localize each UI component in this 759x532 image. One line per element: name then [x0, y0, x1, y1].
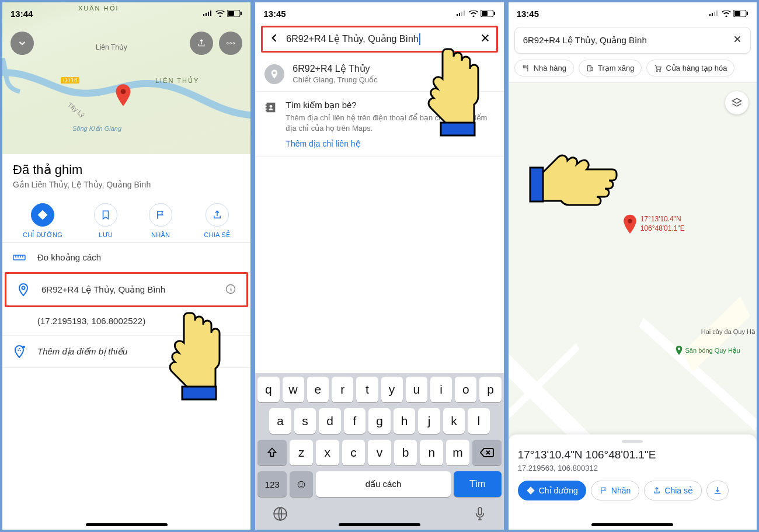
- key-j[interactable]: j: [418, 408, 440, 434]
- shift-key[interactable]: [257, 440, 287, 465]
- town-label: Liên Thủy: [96, 43, 127, 51]
- emoji-key[interactable]: ☺: [290, 471, 313, 497]
- search-key[interactable]: Tìm: [454, 471, 502, 497]
- key-k[interactable]: k: [443, 408, 465, 434]
- more-button[interactable]: [219, 32, 242, 55]
- sheet-title: 17°13'10.4"N 106°48'01.1"E: [518, 448, 747, 461]
- place-sheet: Đã thả ghim Gần Liên Thủy, Lệ Thủy, Quản…: [2, 154, 250, 530]
- key-r[interactable]: r: [332, 377, 353, 402]
- svg-point-24: [660, 70, 661, 71]
- key-l[interactable]: l: [468, 408, 489, 434]
- key-z[interactable]: z: [290, 440, 313, 465]
- key-x[interactable]: x: [316, 440, 339, 465]
- key-v[interactable]: v: [368, 440, 391, 465]
- friends-title: Tìm kiếm bạn bè?: [286, 100, 494, 110]
- suggestion-subtitle: Chiết Giang, Trung Quốc: [293, 75, 377, 84]
- screenshot-2: 13:45 6R92+R4 Lệ Thủy, Quảng Bình 6R92+R…: [255, 2, 503, 530]
- info-icon[interactable]: [225, 284, 236, 296]
- directions-pill[interactable]: Chỉ đường: [518, 481, 586, 500]
- svg-point-5: [230, 43, 232, 44]
- back-icon[interactable]: [269, 32, 280, 46]
- svg-point-10: [18, 349, 20, 351]
- key-n[interactable]: n: [420, 440, 443, 465]
- chip-restaurant[interactable]: Nhà hàng: [514, 60, 574, 77]
- key-d[interactable]: d: [319, 408, 340, 434]
- key-s[interactable]: s: [294, 408, 316, 434]
- sheet-subtitle: Gần Liên Thủy, Lệ Thủy, Quảng Bình: [13, 180, 240, 189]
- key-a[interactable]: a: [269, 408, 291, 434]
- svg-point-27: [677, 347, 680, 350]
- result-sheet[interactable]: 17°13'10.4"N 106°48'01.1"E 17.219563, 10…: [509, 434, 757, 530]
- map-area[interactable]: XUÂN HỒI Liên Thủy LIÊN THỦY DT16 Sông K…: [2, 2, 250, 154]
- search-bar[interactable]: 6R92+R4 Lệ Thủy, Quảng Bình: [261, 26, 497, 53]
- add-missing-label: Thêm địa điểm bị thiếu: [37, 346, 127, 357]
- category-chips: Nhà hàng Trạm xăng Cửa hàng tạp hóa: [509, 57, 757, 83]
- clock: 13:44: [11, 9, 33, 19]
- svg-rect-22: [587, 65, 591, 71]
- download-pill[interactable]: [706, 481, 729, 500]
- key-u[interactable]: u: [406, 377, 427, 402]
- river-label: Sông Kiến Giang: [72, 125, 121, 133]
- svg-point-6: [233, 43, 235, 44]
- search-bar[interactable]: 6R92+R4 Lệ Thủy, Quảng Bình: [514, 27, 751, 54]
- suggestion-title: 6R92+R4 Lệ Thủy: [293, 63, 377, 74]
- key-b[interactable]: b: [394, 440, 417, 465]
- search-input[interactable]: 6R92+R4 Lệ Thủy, Quảng Bình: [286, 33, 473, 46]
- key-t[interactable]: t: [356, 377, 378, 402]
- key-h[interactable]: h: [394, 408, 415, 434]
- key-f[interactable]: f: [344, 408, 365, 434]
- status-icons: [456, 10, 496, 17]
- poi-label: Hai cây đa Quy Hậ: [701, 328, 755, 336]
- directions-button[interactable]: CHỈ ĐƯỜNG: [23, 203, 62, 239]
- space-key[interactable]: dấu cách: [316, 471, 450, 497]
- route-tag: DT16: [61, 77, 79, 84]
- key-w[interactable]: w: [283, 377, 304, 402]
- key-o[interactable]: o: [455, 377, 476, 402]
- svg-point-4: [227, 43, 229, 44]
- backspace-key[interactable]: [472, 440, 502, 465]
- svg-point-8: [22, 287, 25, 290]
- contacts-icon: [264, 101, 277, 148]
- svg-rect-13: [482, 11, 488, 16]
- plus-code-row[interactable]: 6R92+R4 Lệ Thủy, Quảng Bình: [5, 272, 248, 307]
- key-m[interactable]: m: [446, 440, 469, 465]
- label-button[interactable]: NHÃN: [149, 203, 172, 239]
- home-indicator: [591, 523, 673, 526]
- poi-label: Sân bóng Quy Hậu: [675, 346, 740, 355]
- globe-key[interactable]: [273, 506, 288, 524]
- key-p[interactable]: p: [479, 377, 501, 402]
- clear-icon[interactable]: [480, 33, 490, 46]
- add-missing-place-row[interactable]: Thêm địa điểm bị thiếu: [2, 336, 250, 368]
- search-suggestion[interactable]: 6R92+R4 Lệ Thủy Chiết Giang, Trung Quốc: [255, 56, 503, 92]
- coordinates-row[interactable]: (17.2195193, 106.8002522): [2, 307, 250, 336]
- friends-desc: Thêm địa chỉ liên hệ trên điện thoại để …: [286, 113, 494, 133]
- key-e[interactable]: e: [307, 377, 329, 402]
- numbers-key[interactable]: 123: [257, 471, 287, 497]
- add-place-icon: [13, 345, 26, 358]
- result-pin-icon: [622, 214, 638, 234]
- layers-button[interactable]: [725, 91, 748, 114]
- share-pill[interactable]: Chia sẻ: [644, 481, 702, 500]
- keyboard[interactable]: qwertyuiop asdfghjkl zxcvbnm 123 ☺ dấu c…: [255, 373, 503, 530]
- measure-distance-row[interactable]: Đo khoảng cách: [2, 243, 250, 273]
- add-contacts-link[interactable]: Thêm địa chỉ liên hệ: [286, 139, 494, 148]
- screenshot-1: XUÂN HỒI Liên Thủy LIÊN THỦY DT16 Sông K…: [2, 2, 250, 530]
- chip-grocery[interactable]: Cửa hàng tạp hóa: [646, 60, 734, 77]
- plus-code-icon: [17, 283, 30, 296]
- sheet-coords: 17.219563, 106.800312: [518, 464, 747, 472]
- mic-key[interactable]: [473, 506, 486, 524]
- save-button[interactable]: LƯU: [94, 203, 117, 239]
- label-pill[interactable]: Nhãn: [591, 481, 639, 500]
- key-g[interactable]: g: [368, 408, 390, 434]
- key-i[interactable]: i: [430, 377, 452, 402]
- clear-icon[interactable]: [733, 34, 742, 46]
- key-y[interactable]: y: [381, 377, 403, 402]
- coordinates-text: (17.2195193, 106.8002522): [37, 316, 145, 326]
- collapse-button[interactable]: [11, 32, 34, 55]
- chip-gas[interactable]: Trạm xăng: [579, 60, 642, 77]
- key-c[interactable]: c: [342, 440, 365, 465]
- key-q[interactable]: q: [257, 377, 279, 402]
- share-button[interactable]: CHIA SẺ: [204, 203, 230, 239]
- sheet-grabber[interactable]: [622, 440, 643, 443]
- share-map-button[interactable]: [190, 32, 213, 55]
